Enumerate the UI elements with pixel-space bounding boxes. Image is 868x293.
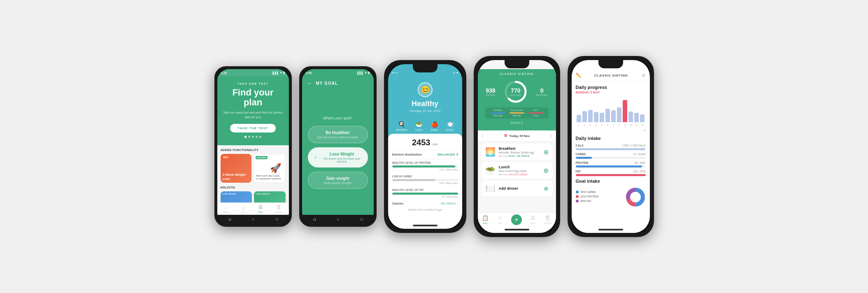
nav-plans[interactable]: ☰ Plans	[258, 205, 263, 213]
nav-plans-4[interactable]: ☰ Plans	[531, 215, 536, 224]
android-nav-2: ◁ ○ □	[302, 215, 374, 224]
health-status: Healthy	[388, 100, 462, 108]
tab-lunch[interactable]: 🥗 Lunch	[415, 121, 423, 131]
carbs-name: CARBS	[491, 109, 505, 112]
lunch-foods: New Curried Egg Salad	[499, 170, 540, 172]
nav-recipes-4[interactable]: 🍴 Recipes	[544, 215, 552, 224]
label-10: 10	[628, 124, 633, 126]
macro-carbs: CARBS 170 g left	[491, 109, 505, 117]
phone-1-content: ADDED FUNCTIONALITY NEW 3 Week Weight Lo…	[217, 145, 289, 202]
carbs-value: 199 / 308g (max)	[392, 182, 458, 184]
meal-breakfast[interactable]: 🌅 Breakfast Avocado, Banana, Boiled egg …	[481, 144, 553, 160]
bar-10	[628, 112, 633, 122]
intake-fat: FAT 121 / 57G	[576, 170, 646, 176]
home-bar-5	[598, 229, 623, 230]
card-finish[interactable]: HOLISTIC 🚀 Meet each day's goal, no equi…	[254, 154, 286, 183]
next-arrow[interactable]: ›	[550, 133, 552, 139]
details-button[interactable]: DETAILS	[482, 120, 552, 126]
protein-value: 120 / 125g (max)	[392, 168, 458, 171]
bar-7	[611, 110, 616, 122]
status-icons-2: ▌▌▌ ▾ ▮	[358, 71, 370, 74]
intake-protein-name: PROTEIN	[576, 161, 589, 164]
nutrient-title: Nutrient distribution	[392, 153, 422, 156]
add-dinner[interactable]: 🍽️ Add dinner ⊕	[481, 181, 553, 196]
lunch-action-icon[interactable]: ⊕	[543, 167, 549, 174]
carbs-val: 170 g left	[491, 114, 505, 117]
take-test-button[interactable]: TAKE THE TEST	[230, 124, 276, 133]
label-11: 11	[634, 124, 639, 126]
dot-5	[259, 136, 261, 138]
dinner-emoji: 🍽️	[485, 184, 496, 193]
recent-btn[interactable]: □	[276, 217, 278, 221]
nav-me[interactable]: ☺ Me	[241, 205, 245, 213]
more-label: Healthy level of Added Sugar	[388, 207, 462, 212]
add-dinner-icon[interactable]: ⊕	[544, 185, 549, 192]
health-date: Tuesday, 25 Jun, 2019	[388, 109, 462, 113]
signal-icon-2: ▌▌▌	[358, 72, 364, 74]
home-bar-4	[505, 229, 529, 230]
battery-icon-2: ▮	[368, 71, 370, 74]
hero-sub: Take our quick test and we'll find the p…	[222, 111, 284, 119]
option1-title: Be Healthier	[314, 130, 362, 135]
back-arrow[interactable]: ←	[307, 80, 313, 86]
close-button[interactable]: ✕	[641, 72, 646, 79]
legend-fat-text: 30% FAT	[581, 200, 591, 202]
card-med[interactable]: LOSE WEIGHT Mediterran...	[221, 191, 252, 202]
nav-me-4[interactable]: ☺ Me	[497, 215, 503, 224]
lunch-status: 164 KCAL UNDER	[509, 173, 528, 176]
back-btn-2[interactable]: ◁	[313, 217, 316, 221]
macro-protein: PROTEIN 93.9 left	[510, 109, 524, 117]
option2-title: Lose Weight	[322, 152, 362, 156]
option-be-healthier[interactable]: Be Healthier Eat and train for optimum h…	[308, 126, 368, 143]
chevron-icon: ▾	[456, 153, 458, 156]
nav-add[interactable]: +	[511, 214, 522, 225]
breakfast-foods: Avocado, Banana, Boiled egg	[499, 151, 540, 154]
nav-home-label: Home	[223, 211, 228, 213]
card-scan[interactable]: LOSE WEIGHT Scandina...	[254, 191, 286, 202]
intake-carbs-bar-bg	[576, 157, 646, 159]
wifi-icon-2: ▾	[365, 71, 367, 74]
intake-cals-bar	[576, 148, 645, 150]
section1-label: ADDED FUNCTIONALITY	[221, 149, 286, 151]
plans-icon-4: ☰	[531, 215, 535, 221]
nav-diary[interactable]: 📋 Diary	[482, 215, 489, 224]
legend-carbs-dot	[576, 191, 579, 193]
tab-dinner[interactable]: 🍽️ Dinner	[446, 121, 454, 131]
classic-dieting-label: CLASSIC DIETING	[482, 72, 552, 75]
breakfast-action-icon[interactable]: ⊕	[543, 148, 549, 156]
goal-legend: 50% CARBS 20% PROTEIN 30% FAT	[576, 191, 622, 204]
protein-name: PROTEIN	[510, 109, 524, 112]
label-9: 9	[623, 124, 627, 126]
tab-breakfast[interactable]: 🍳 Breakfast	[396, 121, 407, 131]
nav-recipes[interactable]: 🍴 Recipes	[275, 205, 283, 213]
nav-me-label: Me	[242, 211, 245, 213]
option-gain-weight[interactable]: Gain weight Build muscle strength	[308, 172, 368, 189]
legend-carbs: 50% CARBS	[576, 191, 622, 193]
ring-center: 770 CALS LEFT	[510, 87, 521, 96]
prev-arrow[interactable]: ‹	[482, 133, 484, 139]
home-btn[interactable]: ○	[252, 217, 254, 221]
phone-1-status-bar: 1:33 ▌▌▌ ▾ ▮	[217, 69, 289, 77]
phone-1-screen: 1:33 ▌▌▌ ▾ ▮ TAKE OUR TEST Find your pla…	[217, 69, 289, 224]
home-btn-2[interactable]: ○	[337, 217, 339, 221]
phone-1-hero: TAKE OUR TEST Find your plan Take our qu…	[217, 77, 289, 145]
macro-fat: FAT 8 nut	[528, 109, 543, 117]
card-weight-loss[interactable]: NEW 3 Week Weight Loss	[221, 154, 252, 183]
label-5: 5	[600, 124, 604, 126]
recent-btn-2[interactable]: □	[361, 217, 363, 221]
back-btn[interactable]: ◁	[228, 217, 231, 221]
notch-3	[413, 64, 437, 72]
option-lose-weight[interactable]: ✓ Lose Weight Get leaner and increase yo…	[308, 147, 368, 167]
nav-home[interactable]: ⌂ Home	[223, 205, 228, 213]
nutrient-value: BALANCED ▾	[437, 153, 458, 156]
tab-snack[interactable]: 🍎 Snack	[431, 121, 438, 131]
edit-icon[interactable]: ✏️	[576, 73, 582, 78]
legend-protein-text: 20% PROTEIN	[581, 195, 599, 198]
bar-1	[577, 115, 581, 122]
ring-num: 770	[510, 87, 521, 94]
dinner-label: Dinner	[446, 128, 454, 131]
meal-lunch[interactable]: 🥗 Lunch New Curried Egg Salad 348 kcal 1…	[481, 162, 553, 179]
cals-info: ← A	[576, 129, 646, 132]
android-nav-1: ◁ ○ □	[217, 215, 289, 224]
nutrient-header: Nutrient distribution BALANCED ▾	[388, 150, 462, 159]
